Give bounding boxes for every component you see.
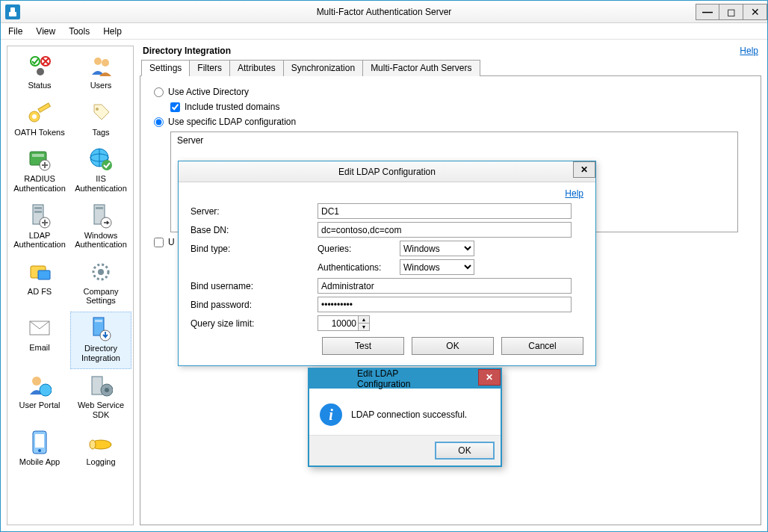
svg-point-6 xyxy=(32,114,37,119)
select-queries[interactable]: Windows xyxy=(400,241,474,256)
sidebar-item-label: IIS Authentication xyxy=(72,174,130,193)
sidebar-item-label: Directory Integration xyxy=(72,344,129,362)
label-bindtype: Bind type: xyxy=(191,244,318,254)
check-partial-label: U xyxy=(168,237,175,247)
menu-tools[interactable]: Tools xyxy=(69,26,90,37)
menu-file[interactable]: File xyxy=(8,26,22,37)
radio-ad-label: Use Active Directory xyxy=(168,87,249,97)
tab-filters[interactable]: Filters xyxy=(189,60,230,76)
radius-icon xyxy=(26,146,53,173)
app-window: Multi-Factor Authentication Server — ◻ ✕… xyxy=(0,0,768,532)
sidebar-item-label: RADIUS Authentication xyxy=(10,174,69,193)
svg-point-39 xyxy=(90,440,96,449)
label-auths: Authentications: xyxy=(318,262,400,273)
minimize-button[interactable]: — xyxy=(696,4,719,20)
test-button[interactable]: Test xyxy=(322,337,404,355)
sidebar-item-label: Windows Authentication xyxy=(72,231,130,250)
dialog-title: Edit LDAP Configuration xyxy=(338,167,436,177)
sidebar-item-radius[interactable]: RADIUS Authentication xyxy=(9,143,70,199)
svg-point-4 xyxy=(102,59,109,66)
cancel-button[interactable]: Cancel xyxy=(501,337,583,355)
dialog-help-link[interactable]: Help xyxy=(565,188,583,199)
message-text: LDAP connection successful. xyxy=(351,409,467,420)
svg-point-37 xyxy=(38,449,41,452)
input-bindpass[interactable] xyxy=(318,297,572,312)
sidebar-item-userportal[interactable]: User Portal xyxy=(9,369,70,425)
check-trusted-domains[interactable] xyxy=(170,102,180,112)
spinner-up-icon[interactable]: ▲ xyxy=(359,316,369,323)
dialog-close-button[interactable]: ✕ xyxy=(573,161,595,178)
sidebar-item-label: Mobile App xyxy=(19,457,60,467)
tab-settings[interactable]: Settings xyxy=(141,60,190,76)
message-close-button[interactable]: ✕ xyxy=(478,369,501,386)
input-basedn[interactable] xyxy=(318,222,572,238)
tab-servers[interactable]: Multi-Factor Auth Servers xyxy=(362,60,480,76)
menubar: File View Tools Help xyxy=(1,23,767,40)
sidebar-item-users[interactable]: Users xyxy=(70,49,131,96)
spinner-down-icon[interactable]: ▼ xyxy=(359,323,369,330)
sidebar-item-iis[interactable]: IIS Authentication xyxy=(70,143,131,199)
svg-rect-16 xyxy=(34,207,42,209)
radio-ldap[interactable] xyxy=(154,117,164,127)
sidebar-item-sdk[interactable]: Web Service SDK xyxy=(70,369,131,425)
dialog-titlebar: Edit LDAP Configuration ✕ xyxy=(179,161,595,182)
input-binduser[interactable] xyxy=(318,278,572,294)
svg-rect-7 xyxy=(38,103,50,112)
key-icon xyxy=(26,99,53,126)
sidebar-item-windows-auth[interactable]: Windows Authentication xyxy=(70,200,131,256)
email-icon xyxy=(26,315,53,341)
globe-icon xyxy=(87,146,114,173)
sidebar-item-label: AD FS xyxy=(28,287,52,297)
label-basedn: Base DN: xyxy=(191,225,318,235)
input-server[interactable] xyxy=(318,203,572,219)
sdk-icon xyxy=(87,372,114,399)
dialog-message: Edit LDAP Configuration ✕ i LDAP connect… xyxy=(308,368,502,467)
sidebar-item-tags[interactable]: Tags xyxy=(70,96,131,143)
sidebar-item-label: Web Service SDK xyxy=(72,400,130,419)
input-qsize[interactable] xyxy=(318,315,359,331)
sidebar-item-company[interactable]: Company Settings xyxy=(70,256,131,312)
sidebar-item-oath[interactable]: OATH Tokens xyxy=(9,96,70,143)
tag-icon xyxy=(87,99,114,126)
svg-rect-20 xyxy=(96,207,103,209)
label-binduser: Bind username: xyxy=(191,281,318,291)
sidebar-item-adfs[interactable]: AD FS xyxy=(9,256,70,312)
check-partial[interactable] xyxy=(154,238,164,247)
svg-point-31 xyxy=(40,384,52,396)
label-bindpass: Bind password: xyxy=(191,300,318,310)
message-title: Edit LDAP Configuration xyxy=(357,368,453,389)
sidebar-item-email[interactable]: Email xyxy=(9,312,70,369)
maximize-button[interactable]: ◻ xyxy=(719,4,743,20)
directory-icon xyxy=(87,315,114,342)
server-icon xyxy=(26,202,53,229)
svg-point-25 xyxy=(98,269,104,275)
sidebar-item-logging[interactable]: Logging xyxy=(70,426,131,473)
sidebar-item-ldap[interactable]: LDAP Authentication xyxy=(9,200,70,256)
listbox-header-server: Server xyxy=(177,135,731,146)
message-ok-button[interactable]: OK xyxy=(435,442,495,460)
svg-rect-36 xyxy=(35,434,44,448)
tab-attributes[interactable]: Attributes xyxy=(229,60,284,76)
sidebar-item-label: User Portal xyxy=(19,400,60,410)
close-button[interactable]: ✕ xyxy=(743,4,767,20)
tab-sync[interactable]: Synchronization xyxy=(283,60,363,76)
sidebar-item-mobile[interactable]: Mobile App xyxy=(9,426,70,473)
svg-point-0 xyxy=(31,57,40,66)
radio-active-directory[interactable] xyxy=(154,87,164,97)
sidebar-item-label: Logging xyxy=(86,457,115,467)
sidebar-item-directory[interactable]: Directory Integration xyxy=(70,312,131,369)
menu-view[interactable]: View xyxy=(36,26,55,37)
select-auths[interactable]: Windows xyxy=(400,259,474,275)
svg-point-3 xyxy=(94,58,102,65)
spinner-qsize[interactable]: ▲▼ xyxy=(359,315,370,331)
sidebar-item-status[interactable]: Status xyxy=(9,49,70,96)
info-icon: i xyxy=(320,403,342,426)
ok-button[interactable]: OK xyxy=(412,337,494,355)
svg-rect-17 xyxy=(34,211,42,213)
page-title: Directory Integration xyxy=(143,46,231,56)
help-link[interactable]: Help xyxy=(740,46,758,56)
window-controls: — ◻ ✕ xyxy=(696,4,767,20)
users-icon xyxy=(87,52,114,79)
label-qsize: Query size limit: xyxy=(191,318,318,329)
menu-help[interactable]: Help xyxy=(103,26,122,37)
